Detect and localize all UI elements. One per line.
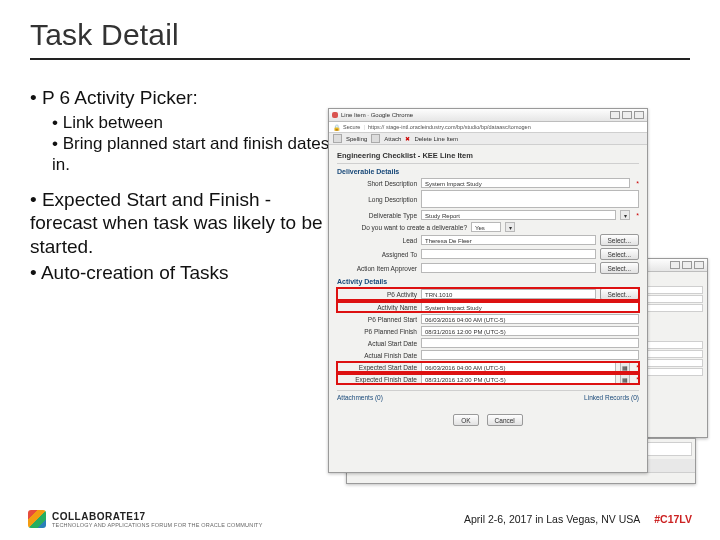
window-controls[interactable] (610, 111, 644, 119)
cancel-button[interactable]: Cancel (487, 414, 523, 426)
select-approver-button[interactable]: Select... (600, 262, 639, 274)
field-act-name[interactable]: System Impact Study (421, 302, 639, 312)
required-icon: * (636, 212, 639, 219)
field-lead[interactable]: Theresa De Fleer (421, 235, 596, 245)
label-long-desc: Long Description (337, 196, 417, 203)
label-exp-finish: Expected Finish Date (337, 376, 417, 383)
select-lead-button[interactable]: Select... (600, 234, 639, 246)
select-assigned-button[interactable]: Select... (600, 248, 639, 260)
section-attachments[interactable]: Attachments (0) (337, 394, 383, 401)
label-approver: Action Item Approver (337, 265, 417, 272)
label-p6-start: P6 Planned Start (337, 316, 417, 323)
required-icon: * (636, 180, 639, 187)
bullet-p6-picker: P 6 Activity Picker: (30, 86, 340, 110)
text-column: P 6 Activity Picker: Link between Bring … (30, 84, 340, 287)
required-icon: * (636, 364, 639, 371)
delete-icon[interactable]: ✖ (405, 135, 410, 142)
label-del-type: Deliverable Type (337, 212, 417, 219)
spelling-label: Spelling (346, 136, 367, 142)
chrome-icon (332, 112, 338, 118)
field-act-start[interactable] (421, 338, 639, 348)
label-assigned: Assigned To (337, 251, 417, 258)
attach-label: Attach (384, 136, 401, 142)
bullet-expected: Expected Start and Finish - forecast whe… (30, 188, 340, 259)
delete-label: Delete Line Item (414, 136, 458, 142)
url-text: https:// stage-intl.oracleindustry.com/b… (368, 124, 531, 130)
field-exp-finish[interactable]: 08/31/2016 12:00 PM (UTC-5) (421, 374, 616, 384)
label-p6-finish: P6 Planned Finish (337, 328, 417, 335)
slide-title: Task Detail (30, 18, 690, 52)
field-p6-activity[interactable]: TRN.1010 (421, 289, 596, 299)
label-act-finish: Actual Finish Date (337, 352, 417, 359)
field-p6-start: 06/03/2016 04:00 AM (UTC-5) (421, 314, 639, 324)
window-title: Line Item · Google Chrome (341, 112, 413, 118)
lock-icon: 🔒 (333, 124, 340, 131)
section-deliverable: Deliverable Details (337, 168, 639, 175)
footer-date-location: April 2-6, 2017 in Las Vegas, NV USA (464, 513, 640, 525)
required-icon: * (636, 376, 639, 383)
chevron-down-icon[interactable]: ▾ (505, 222, 515, 232)
collaborate-logo-icon (28, 510, 46, 528)
label-short-desc: Short Description (337, 180, 417, 187)
bullet-auto-create: Auto-creation of Tasks (30, 261, 340, 285)
spelling-icon[interactable] (333, 134, 342, 143)
footer-hashtag: #C17LV (654, 513, 692, 525)
main-window: Line Item · Google Chrome 🔒 Secure | htt… (328, 108, 648, 473)
field-assigned[interactable] (421, 249, 596, 259)
title-divider (30, 58, 690, 60)
label-exp-start: Expected Start Date (337, 364, 417, 371)
attach-icon[interactable] (371, 134, 380, 143)
label-act-name: Activity Name (337, 304, 417, 311)
field-long-desc[interactable] (421, 190, 639, 208)
field-exp-start[interactable]: 06/03/2016 04:00 AM (UTC-5) (421, 362, 616, 372)
field-want-del[interactable]: Yes (471, 222, 501, 232)
sub-bullet-dates: Bring planned start and finish dates in. (52, 133, 340, 176)
chevron-down-icon[interactable]: ▾ (620, 210, 630, 220)
ok-button[interactable]: OK (453, 414, 478, 426)
screenshot-stack: …005 · unifier.app — 2276 · 2578 Size Di… (328, 108, 708, 488)
label-p6-activity: P6 Activity (337, 291, 417, 298)
field-act-finish[interactable] (421, 350, 639, 360)
select-p6-button[interactable]: Select... (600, 288, 639, 300)
secure-label: Secure (343, 124, 360, 130)
calendar-icon[interactable]: ▦ (620, 362, 630, 372)
field-del-type[interactable]: Study Report (421, 210, 616, 220)
page-heading: Engineering Checklist - KEE Line Item (337, 151, 639, 160)
slide-footer: COLLABORATE17 TECHNOLOGY AND APPLICATION… (0, 510, 720, 528)
calendar-icon[interactable]: ▦ (620, 374, 630, 384)
brand-tagline: TECHNOLOGY AND APPLICATIONS FORUM FOR TH… (52, 522, 263, 528)
field-short-desc[interactable]: System Impact Study (421, 178, 630, 188)
label-act-start: Actual Start Date (337, 340, 417, 347)
label-want-del: Do you want to create a deliverable? (337, 224, 467, 231)
sub-bullet-link: Link between (52, 112, 340, 133)
label-lead: Lead (337, 237, 417, 244)
section-activity: Activity Details (337, 278, 639, 285)
brand-name: COLLABORATE17 (52, 511, 263, 522)
field-approver[interactable] (421, 263, 596, 273)
section-linked[interactable]: Linked Records (0) (584, 394, 639, 401)
field-p6-finish: 08/31/2016 12:00 PM (UTC-5) (421, 326, 639, 336)
